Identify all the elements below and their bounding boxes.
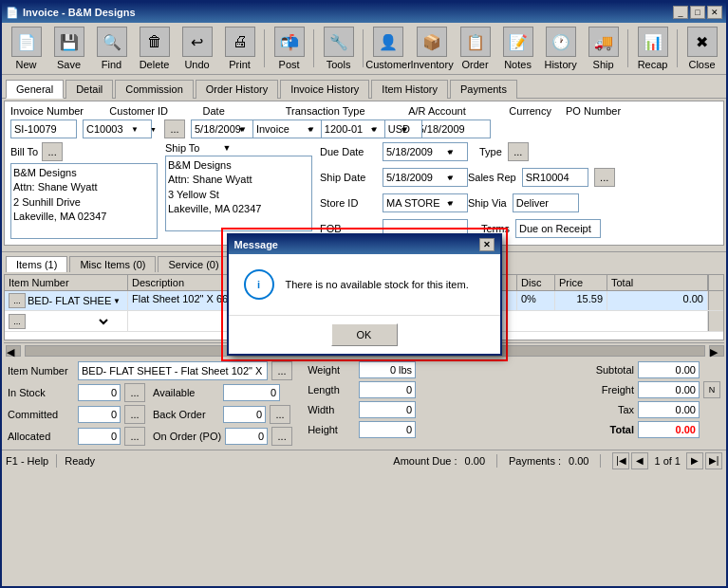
modal-title-bar: Message ✕: [229, 235, 500, 254]
message-dialog: Message ✕ i There is no available stock …: [227, 233, 502, 356]
modal-footer: OK: [229, 315, 500, 354]
modal-highlight: Message ✕ i There is no available stock …: [221, 228, 508, 361]
info-icon: i: [244, 269, 274, 300]
modal-overlay: Message ✕ i There is no available stock …: [0, 0, 728, 588]
modal-message: There is no available stock for this ite…: [286, 279, 469, 290]
modal-title: Message: [234, 239, 278, 250]
modal-ok-button[interactable]: OK: [331, 323, 398, 346]
modal-close-button[interactable]: ✕: [479, 238, 495, 251]
modal-body: i There is no available stock for this i…: [229, 254, 500, 315]
